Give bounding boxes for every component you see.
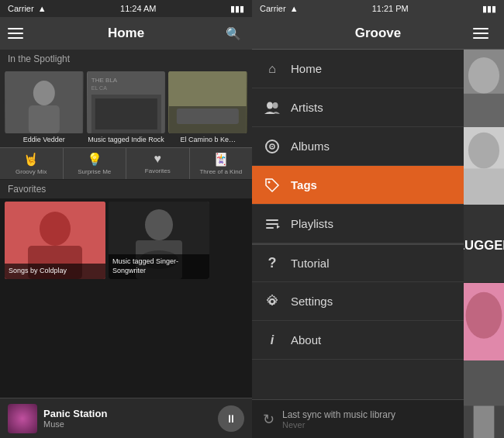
spotlight-grid: Eddie Vedder THE BLA EL CA Music tagged … — [0, 68, 252, 147]
albums-icon — [263, 137, 281, 156]
menu-label-settings: Settings — [291, 295, 489, 308]
groovy-mix-button[interactable]: 🤘 Groovy Mix — [0, 148, 64, 179]
menu-label-about: About — [291, 333, 489, 347]
tutorial-icon: ? — [263, 254, 281, 273]
left-menu-button[interactable] — [8, 22, 29, 44]
left-status-left: Carrier ▲ — [8, 4, 47, 13]
svg-rect-24 — [266, 219, 278, 221]
surprise-me-button[interactable]: 💡 Surprise Me — [64, 148, 127, 179]
hamburger-line-3 — [8, 37, 23, 39]
svg-point-33 — [468, 133, 499, 169]
sync-value: Never — [282, 420, 395, 429]
three-of-a-kind-label: Three of a Kind — [199, 168, 242, 175]
now-playing-title: Panic Station — [43, 408, 218, 419]
svg-point-23 — [268, 181, 271, 183]
left-carrier: Carrier — [8, 4, 34, 13]
left-status-right: ▮▮▮ — [230, 4, 244, 14]
three-of-a-kind-button[interactable]: 🃏 Three of a Kind — [190, 148, 253, 179]
svg-rect-7 — [95, 98, 157, 129]
playlists-icon — [263, 215, 281, 233]
spotlight-label-band: Music tagged Indie Rock — [87, 136, 166, 144]
play-pause-button[interactable]: ⏸ — [218, 405, 244, 432]
svg-rect-31 — [464, 94, 504, 127]
svg-rect-34 — [464, 169, 504, 205]
three-of-a-kind-icon: 🃏 — [213, 152, 229, 167]
left-header: Home 🔍 — [0, 17, 252, 50]
svg-rect-10 — [177, 109, 239, 124]
fav-img-coldplay: Songs by Coldplay — [5, 202, 105, 279]
spotlight-label-elcamino: El Camino b Ke… — [168, 136, 247, 144]
sync-text: Last sync with music library Never — [282, 409, 395, 429]
thumb-pink — [464, 283, 504, 360]
svg-point-38 — [466, 291, 502, 338]
thumb-lugger: LUGGER — [464, 205, 504, 282]
left-battery-icon: ▮▮▮ — [230, 4, 244, 14]
svg-point-12 — [40, 212, 71, 246]
right-status-bar: Carrier ▲ 11:21 PM ▮▮▮ — [252, 0, 504, 17]
svg-point-18 — [267, 102, 273, 109]
right-wifi-icon: ▲ — [290, 4, 299, 13]
fav-item-coldplay[interactable]: Songs by Coldplay — [5, 202, 105, 395]
spotlight-item-elcamino[interactable]: El Camino b Ke… — [168, 71, 247, 144]
groovy-mix-icon: 🤘 — [23, 152, 39, 167]
right-hamburger-line-1 — [473, 28, 488, 29]
fav-item-singer[interactable]: Music tagged Singer-Songwriter — [109, 202, 209, 395]
now-playing-bar: Panic Station Muse ⏸ — [0, 398, 252, 438]
about-icon: i — [263, 331, 281, 350]
menu-label-tags: Tags — [291, 178, 489, 191]
artists-icon — [263, 98, 281, 117]
svg-text:EL CA: EL CA — [91, 85, 107, 91]
tags-icon — [263, 176, 281, 195]
spotlight-item-band[interactable]: THE BLA EL CA Music tagged Indie Rock — [87, 71, 166, 144]
spotlight-img-elcamino — [168, 71, 247, 133]
home-icon: ⌂ — [263, 60, 281, 78]
right-menu-button[interactable] — [473, 22, 495, 44]
thumb-road — [464, 360, 504, 438]
svg-point-19 — [273, 102, 278, 109]
right-carrier: Carrier — [260, 4, 286, 13]
hamburger-line-2 — [8, 33, 23, 34]
right-status-right: ▮▮▮ — [482, 4, 496, 14]
svg-point-30 — [468, 57, 499, 94]
right-thumbs-strip: LUGGER — [464, 50, 504, 438]
right-status-left: Carrier ▲ — [260, 4, 299, 13]
svg-rect-26 — [266, 227, 274, 229]
fav-img-singer: Music tagged Singer-Songwriter — [109, 202, 209, 279]
favorites-button[interactable]: ♥ Favorites — [126, 148, 190, 179]
spotlight-item-eddie[interactable]: Eddie Vedder — [5, 71, 84, 144]
svg-text:LUGGER: LUGGER — [464, 239, 504, 253]
right-battery-icon: ▮▮▮ — [482, 4, 496, 14]
surprise-me-icon: 💡 — [87, 152, 102, 167]
right-time: 11:21 PM — [372, 4, 409, 13]
thumb-bw — [464, 50, 504, 127]
settings-icon — [263, 292, 281, 311]
menu-label-artists: Artists — [291, 101, 489, 114]
sync-icon[interactable]: ↻ — [263, 411, 274, 428]
svg-point-1 — [33, 81, 55, 105]
right-panel: Carrier ▲ 11:21 PM ▮▮▮ Groove ⌂ Home › — [252, 0, 504, 438]
hamburger-line-1 — [8, 28, 23, 29]
left-header-title: Home — [29, 26, 223, 41]
spotlight-label: In the Spotlight — [0, 50, 252, 68]
svg-rect-25 — [266, 223, 278, 225]
menu-label-playlists: Playlists — [291, 217, 489, 230]
now-playing-thumb — [8, 404, 37, 433]
favorites-icon: ♥ — [154, 152, 162, 166]
search-button[interactable]: 🔍 — [223, 22, 244, 44]
thumb-portrait — [464, 127, 504, 205]
favorites-grid: Songs by Coldplay Music tagged Singer-So… — [0, 198, 252, 398]
favorites-label: Favorites — [145, 167, 171, 174]
left-wifi-icon: ▲ — [38, 4, 47, 13]
fav-label-singer: Music tagged Singer-Songwriter — [109, 254, 209, 278]
spotlight-img-band: THE BLA EL CA — [87, 71, 166, 133]
quick-actions-bar: 🤘 Groovy Mix 💡 Surprise Me ♥ Favorites 🃏… — [0, 147, 252, 180]
right-header: Groove — [252, 17, 504, 50]
svg-marker-27 — [277, 225, 280, 229]
right-hamburger-line-3 — [473, 37, 488, 39]
left-time: 11:24 AM — [120, 4, 156, 13]
fav-label-coldplay: Songs by Coldplay — [5, 264, 105, 279]
right-header-title: Groove — [283, 26, 473, 41]
menu-label-albums: Albums — [291, 140, 489, 153]
spotlight-img-eddie — [5, 71, 84, 133]
pause-icon: ⏸ — [226, 412, 236, 425]
